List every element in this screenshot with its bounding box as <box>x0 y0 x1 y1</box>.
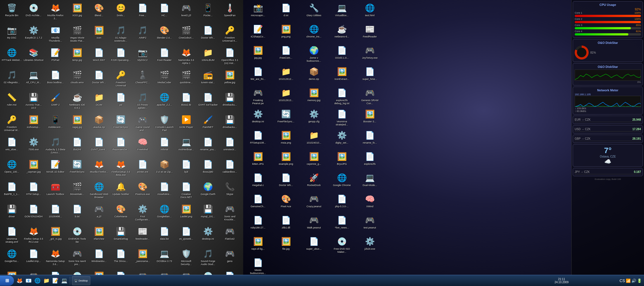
left-icon-25[interactable]: 🖼️ temp.jpg <box>67 46 88 68</box>
left-icon-32[interactable]: 📄 OpenOffice 3.1 (cs) Inst... <box>219 46 240 68</box>
right-icon-33[interactable]: ⚙️ digby_set... <box>328 128 356 150</box>
taskbar-ie-icon[interactable]: 🌐 <box>34 277 41 285</box>
right-icon-21[interactable]: 📁 101012613... <box>272 86 300 107</box>
left-icon-110[interactable]: 📄 Vesmirnа strateg.emf <box>1 225 22 247</box>
right-icon-27[interactable]: ⚙️ genpp.cfg <box>300 107 328 128</box>
left-icon-109[interactable]: 🎮 Sonic and Knuckle... <box>219 202 240 225</box>
left-icon-86[interactable]: 📄 Boss2j80 <box>197 158 219 180</box>
taskbar-firefox-icon[interactable]: 🦊 <box>16 277 23 285</box>
left-icon-107[interactable]: 🖼️ Lastlel.png <box>176 202 197 225</box>
left-icon-23[interactable]: 📚 Libraries Shortcut <box>23 46 44 68</box>
right-icon-59[interactable]: 📄 super_ubuc... <box>300 235 328 256</box>
left-icon-83[interactable]: 📄 printer.ent <box>132 158 153 180</box>
left-icon-6[interactable]: 📄 Free... <box>132 1 153 23</box>
left-icon-70[interactable]: 📄 GVHT_IceHi... <box>88 135 110 158</box>
left-icon-122[interactable]: 📄 Leaflet.tmp... <box>23 247 44 269</box>
left-icon-57[interactable]: 📱 mobilecent... <box>45 113 66 135</box>
left-icon-95[interactable]: 📄 mssefulins... <box>154 180 175 202</box>
left-icon-68[interactable]: 🎵 Audacity 1.3 Beta (Unico... <box>45 135 66 158</box>
left-icon-39[interactable]: ♟️ ChessPPC... <box>132 68 153 90</box>
left-icon-55[interactable]: 🔑 Freedom Universal W... <box>1 113 22 135</box>
right-icon-49[interactable]: 📄 php-5.3.0-... <box>328 192 356 213</box>
right-icon-28[interactable]: 📄 Vesmirna stratejied... <box>328 107 356 128</box>
left-icon-106[interactable]: 🌐 GoogleBan... <box>154 202 175 225</box>
left-icon-81[interactable]: 🦊 Mozilla Firefox... <box>88 158 110 180</box>
left-icon-1[interactable]: 💿 DVD Archite... <box>23 1 44 23</box>
right-icon-43[interactable]: 🌐 Google Chrome <box>328 171 356 192</box>
left-icon-33[interactable]: 🎵 02 Allegretto... <box>1 68 22 90</box>
left-icon-130[interactable]: 🎵 Sound Forge Audio Stud... <box>197 247 219 269</box>
taskbar-computer-icon[interactable]: 💻 <box>60 277 68 285</box>
start-button[interactable]: ⊞ <box>0 276 14 286</box>
left-icon-125[interactable]: 📄 Windowsbu... <box>88 247 110 269</box>
left-icon-64[interactable]: 🖌️ PaintNET <box>197 113 219 135</box>
left-icon-54[interactable]: 💾 drivebacku... <box>219 90 240 113</box>
left-icon-129[interactable]: 🛡️ Microsoft Security... <box>176 247 197 269</box>
left-icon-90[interactable]: 🧰 Launch Toolbox <box>45 180 66 202</box>
left-icon-19[interactable]: 🎬 CineGobsX... <box>176 23 197 46</box>
left-icon-48[interactable]: 📁 DCIM <box>88 90 110 113</box>
right-icon-22[interactable]: 🖼️ memory.jpg <box>300 86 328 107</box>
right-icon-18[interactable]: 🖼️ IconExtract... <box>328 65 356 86</box>
left-icon-73[interactable]: 📄 Inforist <box>154 135 175 158</box>
left-icon-115[interactable]: 💾 SmartDefrag <box>110 225 131 247</box>
left-icon-24[interactable]: 📝 PSPad <box>45 46 66 68</box>
left-icon-28[interactable]: 📷 MyDSC2 <box>132 46 153 68</box>
left-icon-62[interactable]: 🛡️ Comodo Launch Pad <box>154 113 175 135</box>
right-icon-36[interactable]: 🖼️ example.png <box>272 150 300 171</box>
left-icon-99[interactable]: 💾 driver <box>1 202 22 225</box>
left-icon-89[interactable]: 📄 HTM Setup... <box>23 180 44 202</box>
left-icon-77[interactable]: 🌐 Opera_100... <box>1 158 22 180</box>
right-icon-54[interactable]: 📄 *live_news... <box>328 213 356 235</box>
left-icon-75[interactable]: 📄 rename_you... <box>197 135 219 158</box>
left-icon-96[interactable]: 📄 Creative Docs.NET <box>176 180 197 202</box>
left-icon-117[interactable]: 📄 data.list <box>154 225 175 247</box>
right-icon-4[interactable]: 🌐 test.html <box>356 1 383 22</box>
left-icon-11[interactable]: 📷 My DSC <box>1 23 22 46</box>
right-icon-45[interactable]: 📄 GenuineCh... <box>244 192 272 213</box>
right-icon-57[interactable]: 🖼️ rays-of-lig... <box>244 235 272 256</box>
left-icon-123[interactable]: 🦊 Namoroka Setup 3.6... <box>45 247 66 269</box>
left-icon-61[interactable]: 🎮 Game round and... <box>132 113 153 135</box>
left-icon-97[interactable]: 🌍 Google Earth <box>197 180 219 202</box>
right-icon-60[interactable]: 💿 Free DVD ISO Maker... <box>328 235 356 256</box>
left-icon-49[interactable]: 📄 pd <box>110 90 131 113</box>
left-icon-47[interactable]: ☕ NetBeans IDE 6.9.1 <box>67 90 88 113</box>
right-icon-42[interactable]: 🚀 RocketDock <box>300 171 328 192</box>
right-icon-58[interactable]: 🖼️ file.jpg <box>272 235 300 256</box>
right-icon-35[interactable]: 🖼️ kitten.JPG <box>244 150 272 171</box>
right-icon-11[interactable]: 📄 FreeCom... <box>272 44 300 65</box>
left-icon-104[interactable]: 🎨 ColorMania <box>110 202 131 225</box>
left-icon-4[interactable]: 🎨 Blend... <box>88 1 110 23</box>
right-icon-56[interactable]: 🎮 test.peanut <box>356 213 383 235</box>
right-icon-48[interactable]: 🎮 Crazy.peanut <box>300 192 328 213</box>
left-icon-21[interactable]: 🔑 Freedom Universal K... <box>219 23 240 46</box>
left-icon-36[interactable]: 🎬 clouds.wmv <box>67 68 88 90</box>
left-icon-112[interactable]: 🖼️ _gt3_rs.jpg <box>45 225 66 247</box>
right-icon-16[interactable]: 📁 101012612... <box>272 65 300 86</box>
left-icon-37[interactable]: 📄 Doctor Wh... <box>88 68 110 90</box>
right-icon-5[interactable]: 📝 ICSharpCo... <box>244 22 272 44</box>
left-icon-76[interactable]: 📄 uninstectr... <box>219 135 240 158</box>
left-icon-26[interactable]: 📄 Word 2007 <box>88 46 110 68</box>
left-icon-35[interactable]: 📄 Boss bodlina... <box>45 68 66 90</box>
left-icon-72[interactable]: 🧠 FreeMind <box>132 135 153 158</box>
left-icon-10[interactable]: 🌡️ SpeedFan <box>219 1 240 23</box>
left-icon-126[interactable]: 📄 The Shrou... <box>110 247 131 269</box>
left-icon-59[interactable]: 📦 ukazka.zip <box>88 113 110 135</box>
right-icon-30[interactable]: 📄 FFSetup108... <box>244 128 272 150</box>
right-icon-61[interactable]: ⚙️ j2b2it.exe <box>356 235 383 256</box>
right-icon-13[interactable]: 📄 OOol3.1.0... <box>328 44 356 65</box>
taskbar-notepad-icon[interactable]: 📝 <box>51 277 59 285</box>
left-icon-111[interactable]: 🦊 Firefox Setup 3.5 RC2.exe <box>23 225 44 247</box>
left-icon-93[interactable]: 🔔 Update Notifier <box>110 180 131 202</box>
right-icon-7[interactable]: 🌐 chrome_ins... <box>300 22 328 44</box>
right-icon-14[interactable]: 🎮 JoyToKey.exe <box>356 44 383 65</box>
left-icon-9[interactable]: 📱 Pocke... <box>197 1 219 23</box>
right-icon-1[interactable]: 📄 d.txt <box>272 1 300 22</box>
right-icon-19[interactable]: 📄 super_hme... <box>356 65 383 86</box>
left-icon-69[interactable]: 📄 Bot2Ht <box>67 135 88 158</box>
left-icon-79[interactable]: 📝 MASE.32 Editor <box>45 158 66 180</box>
right-icon-15[interactable]: 📄 We_are_thi... <box>244 65 272 86</box>
left-icon-46[interactable]: 🖌️ GIMP 2 <box>45 90 66 113</box>
